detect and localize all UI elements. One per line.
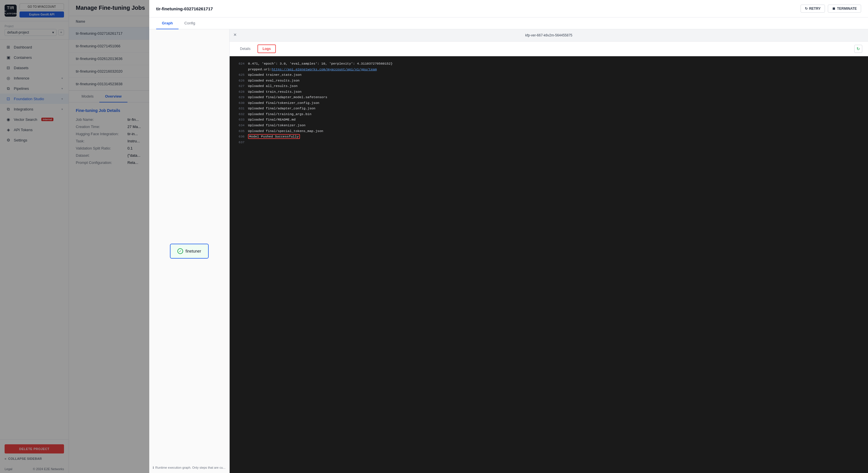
- log-line: 632Uploaded final/training_args.bin: [229, 112, 868, 117]
- graph-footer: ℹ Runtime execution graph. Only steps th…: [153, 466, 226, 470]
- log-line-number: 625: [234, 72, 245, 78]
- log-line-number: 627: [234, 83, 245, 89]
- log-line-text: Uploaded final/tokenizer.json: [248, 123, 863, 128]
- node-label: finetuner: [185, 249, 201, 253]
- modal-header: tir-finetuning-032716261717 ↻ RETRY ⏹ TE…: [149, 0, 868, 18]
- log-line-number: 632: [234, 112, 245, 117]
- close-panel-button[interactable]: ✕: [232, 32, 238, 38]
- log-line: 633Uploaded final/README.md: [229, 117, 868, 123]
- log-line: 627Uploaded all_results.json: [229, 83, 868, 89]
- log-line-text: Uploaded final/adapter_model.safetensors: [248, 94, 863, 100]
- log-line-number: 634: [234, 123, 245, 128]
- log-line: 6240.471, 'epoch': 3.0, 'eval_samples': …: [229, 61, 868, 67]
- log-line-text: Uploaded final/special_tokens_map.json: [248, 128, 863, 134]
- log-line-text: Uploaded final/adapter_config.json: [248, 106, 863, 112]
- panel-tab-logs[interactable]: Logs: [257, 44, 276, 53]
- log-line-number: 633: [234, 117, 245, 123]
- info-icon: ℹ: [153, 466, 154, 470]
- panel-tab-details[interactable]: Details: [236, 45, 255, 53]
- log-line: 631Uploaded final/adapter_config.json: [229, 106, 868, 112]
- log-line: 634Uploaded final/tokenizer.json: [229, 123, 868, 128]
- logs-terminal[interactable]: 6240.471, 'epoch': 3.0, 'eval_samples': …: [229, 56, 868, 473]
- modal-tabs: Graph Config: [149, 18, 868, 29]
- log-line-number: 629: [234, 94, 245, 100]
- modal-actions: ↻ RETRY ⏹ TERMINATE: [801, 5, 861, 12]
- log-line-text: 0.471, 'epoch': 3.0, 'eval_samples': 10,…: [248, 61, 863, 67]
- right-panel-tabs: Details Logs ↻: [229, 42, 868, 56]
- log-line-text: Model Pushed Successfully: [248, 134, 863, 139]
- modal-tab-graph[interactable]: Graph: [156, 18, 179, 29]
- log-link[interactable]: https://api.e2enetworks.com/myaccount/ap…: [272, 67, 377, 71]
- log-line-number: 626: [234, 78, 245, 84]
- log-line-text: Uploaded all_results.json: [248, 83, 863, 89]
- check-circle-icon: ✓: [177, 248, 183, 254]
- graph-area: ✓ finetuner ℹ Runtime execution graph. O…: [149, 29, 229, 473]
- log-line: 636Model Pushed Successfully: [229, 134, 868, 139]
- modal-title: tir-finetuning-032716261717: [156, 6, 213, 11]
- terminate-button[interactable]: ⏹ TERMINATE: [828, 5, 861, 12]
- terminate-label: TERMINATE: [837, 7, 857, 11]
- log-line: 626Uploaded eval_results.json: [229, 78, 868, 84]
- modal-body: ✓ finetuner ℹ Runtime execution graph. O…: [149, 29, 868, 473]
- log-line: 635Uploaded final/special_tokens_map.jso…: [229, 128, 868, 134]
- right-panel-container: ✕ kfp-ver-667-k6v2m-564455875 Details Lo…: [229, 29, 868, 473]
- log-line-number: 630: [234, 100, 245, 106]
- modal-tab-config[interactable]: Config: [179, 18, 201, 29]
- modal-overlay: tir-finetuning-032716261717 ↻ RETRY ⏹ TE…: [0, 0, 868, 473]
- right-panel-header: kfp-ver-667-k6v2m-564455875: [229, 29, 868, 42]
- log-line: prepped.url:https://api.e2enetworks.com/…: [229, 67, 868, 72]
- log-line: 628Uploaded train_results.json: [229, 89, 868, 95]
- stop-icon: ⏹: [832, 7, 836, 11]
- retry-button[interactable]: ↻ RETRY: [801, 5, 825, 12]
- log-line-text: Uploaded final/tokenizer_config.json: [248, 100, 863, 106]
- log-line-number: 631: [234, 106, 245, 112]
- graph-footer-text: Runtime execution graph. Only steps that…: [155, 466, 226, 469]
- refresh-button[interactable]: ↻: [854, 45, 862, 53]
- log-line: 625Uploaded trainer_state.json: [229, 72, 868, 78]
- log-line-number: 637: [234, 139, 245, 145]
- log-line: 630Uploaded final/tokenizer_config.json: [229, 100, 868, 106]
- log-line-text: Uploaded final/README.md: [248, 117, 863, 123]
- log-line-number: 628: [234, 89, 245, 95]
- model-pushed-highlight: Model Pushed Successfully: [248, 134, 300, 139]
- retry-icon: ↻: [805, 7, 808, 11]
- log-line-number: 635: [234, 128, 245, 134]
- log-line-text: Uploaded final/training_args.bin: [248, 112, 863, 117]
- log-line: 637: [229, 139, 868, 145]
- graph-node: ✓ finetuner: [170, 244, 208, 259]
- log-line: 629Uploaded final/adapter_model.safetens…: [229, 94, 868, 100]
- log-line-text: Uploaded train_results.json: [248, 89, 863, 95]
- retry-label: RETRY: [809, 7, 820, 11]
- log-line-number: 636: [234, 134, 245, 139]
- log-line-number: 624: [234, 61, 245, 67]
- log-line-text: Uploaded eval_results.json: [248, 78, 863, 84]
- log-line-text: Uploaded trainer_state.json: [248, 72, 863, 78]
- modal: tir-finetuning-032716261717 ↻ RETRY ⏹ TE…: [149, 0, 868, 473]
- log-line-text: prepped.url:https://api.e2enetworks.com/…: [248, 67, 863, 72]
